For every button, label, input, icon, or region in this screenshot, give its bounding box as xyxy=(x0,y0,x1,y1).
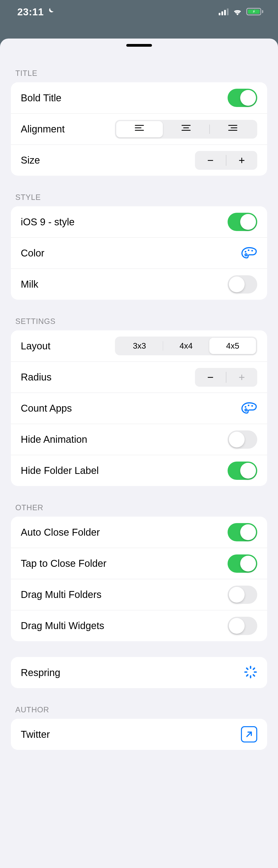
row-hide-animation: Hide Animation xyxy=(11,424,267,455)
label-drag-multi-widgets: Drag Multi Widgets xyxy=(21,620,104,631)
label-count-apps: Count Apps xyxy=(21,403,72,414)
label-hide-animation: Hide Animation xyxy=(21,434,87,445)
svg-line-25 xyxy=(247,732,251,737)
align-left-icon xyxy=(134,125,144,134)
toggle-milk[interactable] xyxy=(227,275,257,293)
row-layout: Layout 3x3 4x4 4x5 xyxy=(11,330,267,362)
toggle-tap-close-folder[interactable] xyxy=(227,554,257,573)
row-drag-multi-widgets: Drag Multi Widgets xyxy=(11,610,267,641)
label-layout: Layout xyxy=(21,340,51,351)
segment-layout-4x5[interactable]: 4x5 xyxy=(209,338,256,354)
svg-line-22 xyxy=(253,675,254,676)
row-radius: Radius − + xyxy=(11,362,267,393)
row-ios9-style: iOS 9 - style xyxy=(11,206,267,238)
svg-point-14 xyxy=(248,404,250,406)
label-color: Color xyxy=(21,248,44,259)
svg-point-10 xyxy=(248,249,250,251)
row-alignment: Alignment xyxy=(11,114,267,145)
svg-point-13 xyxy=(245,406,246,408)
status-time: 23:11 xyxy=(17,6,44,18)
stepper-radius-minus[interactable]: − xyxy=(195,368,226,387)
svg-line-21 xyxy=(247,668,248,669)
row-tap-close-folder: Tap to Close Folder xyxy=(11,548,267,579)
stepper-size[interactable]: − + xyxy=(195,151,257,170)
label-drag-multi-folders: Drag Multi Folders xyxy=(21,589,101,600)
status-left: 23:11 xyxy=(17,6,55,18)
toggle-hide-folder-label[interactable] xyxy=(227,462,257,480)
section-header-author: AUTHOR xyxy=(11,688,267,719)
toggle-drag-multi-widgets[interactable] xyxy=(227,617,257,635)
label-milk: Milk xyxy=(21,279,38,290)
segment-align-right[interactable] xyxy=(209,121,256,137)
segment-layout-4x4[interactable]: 4x4 xyxy=(163,338,210,354)
section-header-style: STYLE xyxy=(11,176,267,206)
row-color[interactable]: Color xyxy=(11,238,267,269)
sheet-content: TITLE Bold Title Alignment xyxy=(0,47,278,760)
row-drag-multi-folders: Drag Multi Folders xyxy=(11,579,267,610)
group-title: Bold Title Alignment xyxy=(11,82,267,176)
stepper-size-minus[interactable]: − xyxy=(195,151,226,170)
segment-layout-3x3[interactable]: 3x3 xyxy=(116,338,163,354)
label-hide-folder-label: Hide Folder Label xyxy=(21,465,99,476)
svg-point-12 xyxy=(245,254,247,256)
row-twitter[interactable]: Twitter xyxy=(11,719,267,750)
toggle-bold-title[interactable] xyxy=(227,89,257,107)
sheet-grabber[interactable] xyxy=(126,44,152,47)
label-tap-close-folder: Tap to Close Folder xyxy=(21,558,106,569)
group-other: Auto Close Folder Tap to Close Folder Dr… xyxy=(11,517,267,641)
label-ios9-style: iOS 9 - style xyxy=(21,216,74,227)
group-settings: Layout 3x3 4x4 4x5 Radius − + Count Apps xyxy=(11,330,267,486)
stepper-size-plus[interactable]: + xyxy=(226,151,257,170)
segmented-layout[interactable]: 3x3 4x4 4x5 xyxy=(115,337,257,355)
spinner-icon xyxy=(244,665,257,680)
battery-icon: ⚡︎ xyxy=(246,8,263,15)
label-size: Size xyxy=(21,155,40,166)
svg-point-11 xyxy=(251,250,253,251)
label-twitter: Twitter xyxy=(21,729,50,740)
palette-icon xyxy=(241,247,257,260)
segment-align-center[interactable] xyxy=(163,121,210,137)
label-auto-close-folder: Auto Close Folder xyxy=(21,527,100,538)
bolt-icon: ⚡︎ xyxy=(252,9,255,14)
svg-line-23 xyxy=(247,675,248,676)
wifi-icon xyxy=(233,8,242,15)
external-link-icon xyxy=(241,726,257,742)
svg-line-24 xyxy=(253,668,254,669)
label-respring: Respring xyxy=(21,667,60,678)
align-right-icon xyxy=(228,125,238,134)
svg-point-9 xyxy=(245,251,246,252)
group-author: Twitter xyxy=(11,719,267,750)
toggle-drag-multi-folders[interactable] xyxy=(227,586,257,604)
segmented-alignment[interactable] xyxy=(115,120,257,138)
group-style: iOS 9 - style Color Milk xyxy=(11,206,267,300)
row-auto-close-folder: Auto Close Folder xyxy=(11,517,267,548)
status-bar: 23:11 ⚡︎ xyxy=(0,0,278,37)
label-bold-title: Bold Title xyxy=(21,92,62,103)
stepper-radius[interactable]: − + xyxy=(195,368,257,387)
align-center-icon xyxy=(181,125,191,134)
stepper-radius-plus[interactable]: + xyxy=(226,368,257,387)
section-header-title: TITLE xyxy=(11,52,267,82)
row-milk: Milk xyxy=(11,269,267,300)
segment-align-left[interactable] xyxy=(116,121,163,137)
toggle-ios9-style[interactable] xyxy=(227,213,257,231)
label-alignment: Alignment xyxy=(21,124,65,135)
row-respring[interactable]: Respring xyxy=(11,657,267,688)
svg-point-15 xyxy=(251,405,253,407)
row-hide-folder-label: Hide Folder Label xyxy=(11,455,267,486)
palette-icon xyxy=(241,402,257,415)
label-radius: Radius xyxy=(21,372,52,383)
toggle-auto-close-folder[interactable] xyxy=(227,523,257,541)
group-respring: Respring xyxy=(11,657,267,688)
row-size: Size − + xyxy=(11,145,267,176)
cellular-signal-icon xyxy=(219,8,228,15)
svg-point-16 xyxy=(245,409,247,411)
row-count-apps[interactable]: Count Apps xyxy=(11,393,267,424)
settings-sheet: TITLE Bold Title Alignment xyxy=(0,38,278,868)
toggle-hide-animation[interactable] xyxy=(227,430,257,449)
row-bold-title: Bold Title xyxy=(11,82,267,114)
status-right: ⚡︎ xyxy=(219,6,263,15)
section-header-other: OTHER xyxy=(11,486,267,517)
moon-icon xyxy=(46,6,55,18)
section-header-settings: SETTINGS xyxy=(11,300,267,330)
